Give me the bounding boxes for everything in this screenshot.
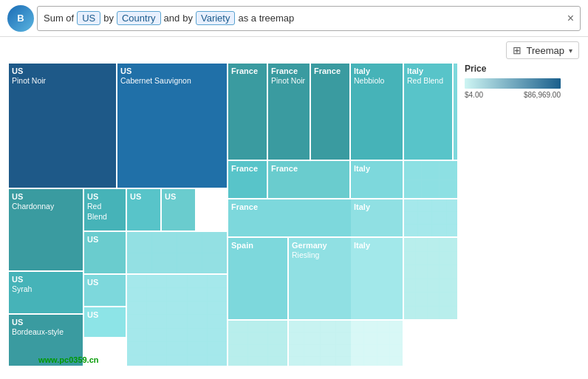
cell-country: Italy [354,163,400,174]
cell-variety: Cabernet Sauvignon [120,76,224,86]
cell-variety: Pinot Noir [12,76,113,86]
cell-country: US [120,66,224,76]
cell-country: France [231,202,348,212]
search-text-by1: by [103,13,114,24]
cell-variety: Red Blend [87,202,123,222]
cell-country: Germany [292,240,348,250]
cell-country: France [231,66,264,76]
cell-country: US [130,191,157,202]
cell-country: US [87,191,123,202]
toolbar: ⊞ Treemap ▾ [0,37,588,64]
search-text-by2: by [182,13,193,24]
cell-variety: Riesling [292,250,348,261]
cell-france-1[interactable]: France [228,64,267,160]
cell-country: US [87,310,123,320]
cell-germany-riesling[interactable]: Germany Riesling [289,238,351,319]
cell-italy-mini-top[interactable] [454,64,457,160]
cell-italy-bottom[interactable]: Italy [351,238,403,319]
search-chip-country[interactable]: Country [117,11,161,25]
mini-grid-right-mid [404,199,457,236]
cell-country: US [87,277,123,287]
search-bar[interactable]: Sum of US by Country and by Variety as a… [37,6,581,31]
cell-france-3[interactable]: France [311,64,349,160]
cell-country: US [12,274,80,284]
treemap: US Pinot Noir US Cabernet Sauvignon Fran… [9,64,457,366]
cell-variety: Syrah [12,284,80,295]
logo-icon: B [7,5,34,32]
search-text-asa: as a treemap [238,13,294,24]
cell-country: France [271,66,307,76]
cell-france-row2-2[interactable]: France [268,161,349,198]
mini-grid-germany-bottom [289,321,351,366]
mini-grid-right-top [404,161,457,198]
mini-grid-spain-bottom [228,321,287,366]
treemap-icon: ⊞ [513,44,522,56]
legend-max: $86,969.00 [524,91,561,99]
dropdown-arrow-icon: ▾ [569,47,572,55]
cell-france-row3[interactable]: France [228,199,351,236]
cell-country: Spain [231,240,284,250]
cell-us-chardonnay[interactable]: US Chardonnay [9,189,83,270]
cell-country: Italy [407,66,449,76]
search-chip-variety[interactable]: Variety [196,11,236,25]
legend-gradient [465,78,561,89]
mini-grid-italy-bottom [351,321,403,366]
header: B Sum of US by Country and by Variety as… [0,0,588,37]
cell-spain[interactable]: Spain [228,238,287,319]
cell-country: US [12,66,113,76]
cell-france-row2-1[interactable]: France [228,161,267,198]
legend-labels: $4.00 $86,969.00 [465,91,561,99]
search-chip-price[interactable]: US [77,11,100,25]
cell-country: Italy [354,202,400,212]
watermark: www.pc0359.cn [38,355,99,364]
mini-grid-right-bottom [404,238,457,319]
cell-country: France [231,163,264,174]
search-text-and: and [164,13,180,24]
main-content: US Pinot Noir US Cabernet Sauvignon Fran… [0,64,588,373]
cell-variety: Pinot Noir [271,76,307,86]
chart-type-label: Treemap [526,45,564,56]
cell-italy-row3[interactable]: Italy [351,199,403,236]
cell-country: US [12,317,80,327]
cell-variety: Red Blend [407,76,449,86]
cell-variety: Chardonnay [12,202,80,212]
cell-country: US [165,191,192,202]
cell-us-pinot-noir[interactable]: US Pinot Noir [9,64,116,188]
cell-country: US [87,234,123,245]
cell-us-syrah[interactable]: US Syrah [9,272,83,313]
legend-min: $4.00 [465,91,483,99]
mini-grid-mid-bottom [127,275,227,366]
cell-us-cab-sauv[interactable]: US Cabernet Sauvignon [117,64,227,188]
cell-france-pinot-noir[interactable]: France Pinot Noir [268,64,310,160]
mini-grid-mid-top [127,232,227,273]
cell-variety: Bordeaux-style [12,327,80,338]
cell-variety: Nebbiolo [354,76,400,86]
cell-italy-red-blend[interactable]: Italy Red Blend [404,64,452,160]
cell-us-small2[interactable]: US [162,189,195,231]
cell-us-small1[interactable]: US [127,189,160,231]
cell-country: Italy [354,66,400,76]
chart-type-selector[interactable]: ⊞ Treemap ▾ [506,41,579,59]
cell-italy-nebbiolo[interactable]: Italy Nebbiolo [351,64,403,160]
cell-country: France [271,163,346,174]
cell-italy-row2[interactable]: Italy [351,161,403,198]
cell-us-red-blend[interactable]: US Red Blend [84,189,126,231]
cell-country: Italy [354,240,400,250]
cell-us-small4[interactable]: US [84,275,126,306]
cell-country: US [12,191,80,202]
legend: Price $4.00 $86,969.00 [465,64,579,366]
search-text-sumof: Sum of [44,13,74,24]
cell-us-small3[interactable]: US [84,232,126,273]
treemap-container: US Pinot Noir US Cabernet Sauvignon Fran… [9,64,457,366]
cell-us-small5[interactable]: US [84,307,126,337]
close-button[interactable]: × [567,12,574,25]
legend-title: Price [465,64,579,74]
cell-country: France [314,66,346,76]
